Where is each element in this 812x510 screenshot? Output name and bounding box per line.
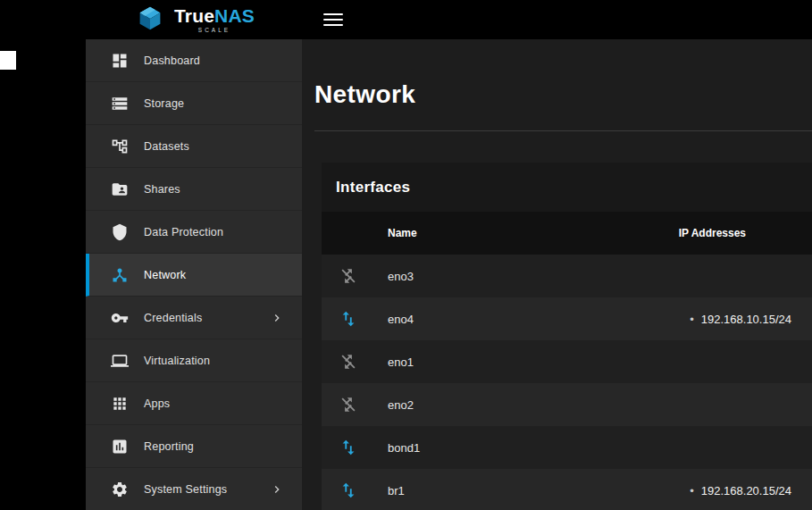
truenas-logo[interactable]: TrueNAS SCALE xyxy=(86,4,302,35)
sidebar-item-label: System Settings xyxy=(144,483,227,496)
apps-icon xyxy=(111,395,129,413)
sidebar-item-label: Network xyxy=(144,269,186,281)
sidebar-item-dashboard[interactable]: Dashboard xyxy=(86,39,302,82)
brand-scale: SCALE xyxy=(198,28,230,34)
sidebar-item-label: Dashboard xyxy=(144,54,200,67)
network-icon xyxy=(111,266,129,284)
dashboard-icon xyxy=(111,52,129,70)
sidebar-item-apps[interactable]: Apps xyxy=(86,382,302,425)
link-down-icon xyxy=(322,395,388,414)
truenas-logo-text: TrueNAS SCALE xyxy=(174,6,255,34)
hamburger-menu-icon[interactable] xyxy=(323,13,343,27)
sidebar-item-datasets[interactable]: Datasets xyxy=(86,125,302,168)
title-divider xyxy=(314,130,812,131)
sidebar-item-data-protection[interactable]: Data Protection xyxy=(86,211,302,254)
sidebar-item-label: Reporting xyxy=(144,440,194,453)
chart-icon xyxy=(111,438,129,456)
truenas-app-window: TrueNAS SCALE DashboardStorageDatasetsSh… xyxy=(86,0,812,510)
sidebar-item-label: Data Protection xyxy=(144,226,223,238)
interfaces-card-header: Interfaces xyxy=(322,163,812,212)
chevron-right-icon[interactable] xyxy=(270,311,284,325)
interface-name: br1 xyxy=(388,484,589,497)
link-down-icon xyxy=(322,352,388,372)
brand-true: True xyxy=(174,5,214,26)
sidebar-item-label: Datasets xyxy=(144,140,189,153)
ip-address-value: 192.168.10.15/24 xyxy=(701,313,791,326)
main-panel: Network Interfaces Name IP Addresses eno… xyxy=(302,39,812,510)
interface-name: eno4 xyxy=(388,313,589,326)
shares-icon xyxy=(111,180,129,198)
table-body: eno3eno4•192.168.10.15/24eno1eno2bond1br… xyxy=(322,255,812,510)
content-area: DashboardStorageDatasetsSharesData Prote… xyxy=(86,39,812,510)
interface-row-eno4[interactable]: eno4•192.168.10.15/24 xyxy=(322,297,812,340)
monitor-icon xyxy=(111,352,129,370)
truenas-logo-icon xyxy=(133,4,167,35)
interface-row-bond1[interactable]: bond1 xyxy=(322,426,812,469)
interfaces-card: Interfaces Name IP Addresses eno3eno4•19… xyxy=(322,163,812,510)
link-down-icon xyxy=(322,266,388,286)
desktop-black-strip xyxy=(0,0,86,510)
link-up-icon xyxy=(322,438,388,457)
interface-row-br1[interactable]: br1•192.168.20.15/24 xyxy=(322,469,812,510)
link-up-icon xyxy=(322,309,388,329)
interfaces-card-title: Interfaces xyxy=(336,179,410,196)
sidebar-item-label: Apps xyxy=(144,397,170,410)
interface-name: bond1 xyxy=(388,441,589,455)
ip-address-value: 192.168.20.15/24 xyxy=(701,484,791,497)
sidebar-item-virtualization[interactable]: Virtualization xyxy=(86,339,302,382)
storage-icon xyxy=(111,95,129,113)
interface-name: eno1 xyxy=(388,355,589,369)
sidebar-item-credentials[interactable]: Credentials xyxy=(86,297,302,339)
ip-column-header: IP Addresses xyxy=(589,227,812,239)
interface-row-eno1[interactable]: eno1 xyxy=(322,340,812,383)
sidebar-item-label: Virtualization xyxy=(144,355,210,367)
sidebar-item-network[interactable]: Network xyxy=(86,254,302,297)
sidebar-item-storage[interactable]: Storage xyxy=(86,82,302,125)
shield-icon xyxy=(111,223,129,241)
interface-row-eno2[interactable]: eno2 xyxy=(322,383,812,426)
sidebar-nav: DashboardStorageDatasetsSharesData Prote… xyxy=(86,39,302,510)
background-artifact xyxy=(0,51,16,70)
page-title: Network xyxy=(314,80,812,109)
key-icon xyxy=(111,309,129,327)
name-column-header: Name xyxy=(388,227,589,239)
sidebar-item-system-settings[interactable]: System Settings xyxy=(86,468,302,510)
interface-name: eno3 xyxy=(388,270,589,283)
gear-icon xyxy=(111,481,129,498)
sidebar-item-reporting[interactable]: Reporting xyxy=(86,425,302,468)
sidebar-item-label: Credentials xyxy=(144,312,202,324)
interface-row-eno3[interactable]: eno3 xyxy=(322,255,812,297)
table-header-row: Name IP Addresses xyxy=(322,212,812,255)
sidebar-item-label: Shares xyxy=(144,183,180,196)
datasets-icon xyxy=(111,138,129,155)
sidebar-item-label: Storage xyxy=(144,97,184,110)
brand-nas: NAS xyxy=(214,5,255,26)
link-up-icon xyxy=(322,481,388,500)
ip-bullet: • xyxy=(690,484,694,497)
interface-ip-addresses: •192.168.10.15/24 xyxy=(589,313,812,326)
sidebar-item-shares[interactable]: Shares xyxy=(86,168,302,211)
interface-name: eno2 xyxy=(388,398,589,412)
interface-ip-addresses: •192.168.20.15/24 xyxy=(589,484,812,497)
ip-bullet: • xyxy=(690,313,694,326)
topbar: TrueNAS SCALE xyxy=(86,0,812,39)
chevron-right-icon[interactable] xyxy=(270,482,284,497)
